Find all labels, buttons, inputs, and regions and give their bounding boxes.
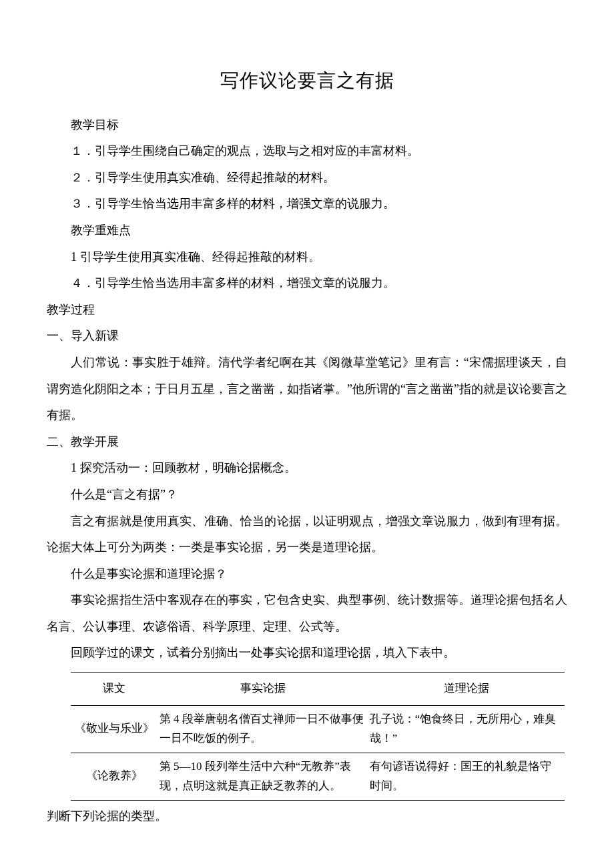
difficulty-heading: 教学重难点 [47,218,567,244]
evidence-table-wrap: 课文 事实论据 道理论据 《敬业与乐业》 第 4 段举唐朝名僧百丈禅师一日不做事… [71,672,567,800]
table-cell-reason: 有句谚语说得好：国王的礼貌是恪守时间。 [368,753,565,800]
activity-1: 1 探究活动一：回顾教材，明确论据概念。 [47,455,567,482]
intro-paragraph: 人们常说：事实胜于雄辩。清代学者纪啊在其《阅微草堂笔记》里有言：“宋儒据理谈天，… [47,350,567,429]
question-2: 什么是事实论据和道理论据？ [47,561,567,588]
difficulty-item-1: 1 引导学生使用真实准确、经得起推敲的材料。 [47,244,567,271]
table-cell-fact: 第 5—10 段列举生活中六种“无教养”表现，点明这就是真正缺乏教养的人。 [158,753,368,800]
table-cell-title: 《敬业与乐业》 [71,705,158,753]
question-1: 什么是“言之有据”？ [47,482,567,508]
table-header-col2: 事实论据 [158,673,368,706]
process-heading: 教学过程 [47,297,567,324]
goal-item-1: １．引导学生围绕自己确定的观点，选取与之相对应的丰富材料。 [47,138,567,165]
table-header-col3: 道理论据 [368,673,565,706]
difficulty-item-2: ４．引导学生恰当选用丰富多样的材料，增强文章的说服力。 [47,270,567,297]
intro-heading: 一、导入新课 [47,323,567,350]
answer-1: 言之有据就是使用真实、准确、恰当的论据，以证明观点，增强文章说服力，做到有理有据… [47,508,567,561]
table-row: 《论教养》 第 5—10 段列举生活中六种“无教养”表现，点明这就是真正缺乏教养… [71,753,565,800]
answer-2: 事实论据指生活中客观存在的事实，它包含史实、典型事例、统计数据等。道理论据包括名… [47,587,567,640]
table-task: 回顾学过的课文，试着分别摘出一处事实论据和道理论据，填入下表中。 [47,640,567,667]
table-cell-reason: 孔子说：“饱食终日，无所用心，难臭哉！” [368,705,565,753]
table-cell-fact: 第 4 段举唐朝名僧百丈禅师一日不做事便一日不吃饭的例子。 [158,705,368,753]
after-table-line: 判断下列论据的类型。 [47,803,567,830]
evidence-table: 课文 事实论据 道理论据 《敬业与乐业》 第 4 段举唐朝名僧百丈禅师一日不做事… [71,672,565,800]
table-header-row: 课文 事实论据 道理论据 [71,673,565,706]
table-row: 《敬业与乐业》 第 4 段举唐朝名僧百丈禅师一日不做事便一日不吃饭的例子。 孔子… [71,705,565,753]
expand-heading: 二、教学开展 [47,429,567,456]
table-cell-title: 《论教养》 [71,753,158,800]
goal-item-3: ３．引导学生恰当选用丰富多样的材料，增强文章的说服力。 [47,191,567,218]
document-page: 写作议论要言之有据 教学目标 １．引导学生围绕自己确定的观点，选取与之相对应的丰… [0,0,614,829]
table-header-col1: 课文 [71,673,158,706]
goal-item-2: ２．引导学生使用真实准确、经得起推敲的材料。 [47,165,567,191]
page-title: 写作议论要言之有据 [47,60,567,101]
goals-heading: 教学目标 [47,112,567,139]
